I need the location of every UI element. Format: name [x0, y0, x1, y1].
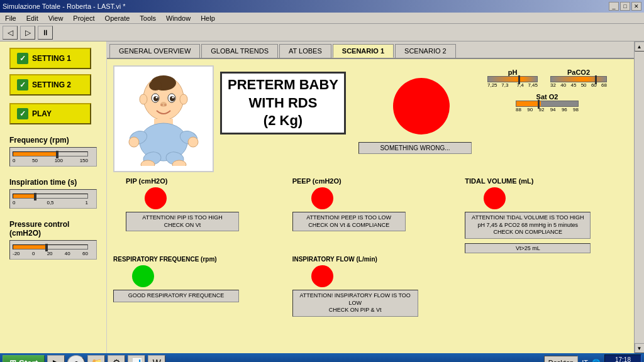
- frequency-control: Frequency (rpm) 050100150: [9, 136, 97, 167]
- tab-bar: GENERAL OVERVIEW GLOBAL TRENDS AT LOBES …: [107, 41, 634, 59]
- taskbar-icon-chrome[interactable]: ●: [67, 355, 85, 362]
- svg-point-8: [172, 97, 174, 99]
- paco2-indicator: PaCO2 324045506068: [550, 69, 607, 88]
- resp-freq-circle: [132, 265, 154, 287]
- tidal-indicator: TIDAL VOLUME (mL) ATTENTION! TIDAL VOLUM…: [458, 177, 628, 253]
- svg-point-12: [140, 94, 147, 104]
- menu-help[interactable]: Help: [198, 14, 218, 22]
- play-button[interactable]: ✓ PLAY: [9, 103, 91, 124]
- menu-tools[interactable]: Tools: [137, 14, 158, 22]
- pressure-thumb[interactable]: [45, 244, 48, 251]
- content-area: GENERAL OVERVIEW GLOBAL TRENDS AT LOBES …: [107, 41, 634, 353]
- start-button[interactable]: ⊞ Start: [3, 355, 45, 362]
- vt-box: Vt>25 mL: [465, 243, 591, 253]
- sato2-labels: 889092949698: [516, 107, 579, 112]
- resp-freq-alert: GOOD RESPIRATORY FREQUENCE: [113, 290, 239, 302]
- setting2-label: SETTING 2: [32, 80, 71, 89]
- main-status-circle: [393, 78, 450, 134]
- inspiration-slider-container: 00,51: [9, 189, 97, 209]
- menu-edit[interactable]: Edit: [24, 14, 41, 22]
- frequency-label: Frequency (rpm): [9, 136, 97, 145]
- taskbar-icon-app3[interactable]: W: [148, 355, 165, 362]
- svg-point-10: [160, 104, 163, 106]
- svg-point-2: [149, 80, 162, 90]
- main-container: ✓ SETTING 1 ✓ SETTING 2 ✓ PLAY Frequency…: [0, 41, 644, 353]
- tab-general-overview[interactable]: GENERAL OVERVIEW: [109, 44, 200, 58]
- setting1-button[interactable]: ✓ SETTING 1: [9, 48, 91, 69]
- resp-freq-label: RESPIRATORY FREQUENCE (rpm): [113, 256, 217, 263]
- ph-cursor: [518, 75, 520, 84]
- inspiration-thumb[interactable]: [34, 193, 36, 200]
- pressure-labels: -200204060: [13, 251, 88, 256]
- close-button[interactable]: ✕: [631, 2, 641, 11]
- frequency-thumb[interactable]: [56, 151, 58, 158]
- menu-operate[interactable]: Operate: [103, 14, 133, 22]
- paco2-label: PaCO2: [567, 69, 590, 76]
- scroll-track: [635, 52, 645, 343]
- toolbar-back[interactable]: ◁: [3, 26, 18, 40]
- main-status-box: SOMETHING WRONG...: [358, 142, 472, 154]
- menu-window[interactable]: Window: [164, 14, 193, 22]
- sato2-cursor: [538, 100, 540, 109]
- paco2-labels: 324045506068: [550, 82, 607, 88]
- pressure-slider-container: -200204060: [9, 240, 97, 260]
- toolbar-pause[interactable]: ⏸: [38, 26, 53, 40]
- check-icon-play: ✓: [17, 108, 28, 119]
- tidal-circle: [484, 187, 506, 209]
- toolbar: ◁ ▷ ⏸: [0, 24, 644, 41]
- insp-flow-label: INSPIRATORY FLOW (L/min): [292, 256, 377, 263]
- indicators-grid-2: RESPIRATORY FREQUENCE (rpm) GOOD RESPIRA…: [113, 256, 628, 317]
- taskbar-right: Desktop IT 🌐 17:18 05/10/2013: [544, 354, 641, 363]
- language-label: IT: [582, 359, 588, 362]
- vitals-top-row: pH 7,257,37,47,45 PaCO2: [487, 69, 607, 88]
- svg-point-13: [180, 94, 187, 104]
- ph-scale: [487, 76, 538, 82]
- maximize-button[interactable]: □: [620, 2, 630, 11]
- title-bar: Simulazione Totale - Roberta - LAST.vi *…: [0, 0, 644, 13]
- peep-indicator: PEEP (cmH2O) ATTENTION! PEEP IS TOO LOW …: [286, 177, 455, 253]
- minimize-button[interactable]: _: [609, 2, 619, 11]
- frequency-labels: 050100150: [13, 158, 88, 163]
- taskbar-icon-media[interactable]: ▶: [47, 355, 65, 362]
- menu-file[interactable]: File: [3, 14, 19, 22]
- network-icon: 🌐: [592, 359, 601, 363]
- tab-global-trends[interactable]: GLOBAL TRENDS: [201, 44, 278, 58]
- insp-flow-indicator: INSPIRATORY FLOW (L/min) ATTENTION! INSP…: [286, 256, 455, 317]
- resp-freq-indicator: RESPIRATORY FREQUENCE (rpm) GOOD RESPIRA…: [113, 256, 282, 317]
- menu-project[interactable]: Project: [70, 14, 97, 22]
- insp-flow-alert: ATTENTION! INSPIRATORY FLOW IS TOO LOW C…: [292, 290, 418, 317]
- scroll-up-button[interactable]: ▲: [635, 41, 645, 52]
- pip-label: PIP (cmH2O): [126, 177, 167, 185]
- paco2-scale: [550, 76, 607, 82]
- menu-bar: File Edit View Project Operate Tools Win…: [0, 13, 644, 24]
- pressure-slider[interactable]: [13, 244, 88, 250]
- desktop-label: Desktop: [544, 356, 578, 362]
- insp-flow-circle: [311, 265, 333, 287]
- title-controls: _ □ ✕: [609, 2, 641, 11]
- taskbar-icon-app1[interactable]: ⚙: [108, 355, 125, 362]
- taskbar-icon-folder[interactable]: 📁: [87, 355, 105, 362]
- tab-at-lobes[interactable]: AT LOBES: [279, 44, 331, 58]
- scrollbar-right: ▲ ▼: [634, 41, 644, 353]
- frequency-slider[interactable]: [13, 151, 88, 156]
- pip-circle: [145, 187, 167, 209]
- setting2-button[interactable]: ✓ SETTING 2: [9, 74, 91, 96]
- tidal-alert: ATTENTION! TIDAL VOLUME IS TOO HIGH pH 7…: [465, 212, 591, 239]
- svg-point-7: [156, 97, 158, 99]
- clock-area: 17:18 05/10/2013: [604, 354, 641, 363]
- taskbar-icon-app2[interactable]: 📊: [128, 355, 145, 362]
- frequency-slider-container: 050100150: [9, 147, 97, 167]
- baby-image: [113, 65, 214, 172]
- scroll-down-button[interactable]: ▼: [635, 343, 645, 353]
- peep-alert: ATTENTION! PEEP IS TOO LOW CHECK ON Vt &…: [292, 212, 406, 231]
- pressure-label: Pressure control (cmH2O): [9, 220, 97, 238]
- svg-point-18: [129, 137, 139, 147]
- tab-scenario1[interactable]: SCENARIO 1: [333, 44, 394, 58]
- menu-view[interactable]: View: [46, 14, 66, 22]
- window-title: Simulazione Totale - Roberta - LAST.vi *: [3, 3, 125, 10]
- indicators-grid: PIP (cmH2O) ATTENTION! PIP IS TOO HIGH C…: [113, 177, 628, 253]
- inspiration-slider[interactable]: [13, 194, 88, 199]
- svg-point-19: [188, 137, 198, 147]
- tab-scenario2[interactable]: SCENARIO 2: [395, 44, 456, 58]
- toolbar-forward[interactable]: ▷: [20, 26, 35, 40]
